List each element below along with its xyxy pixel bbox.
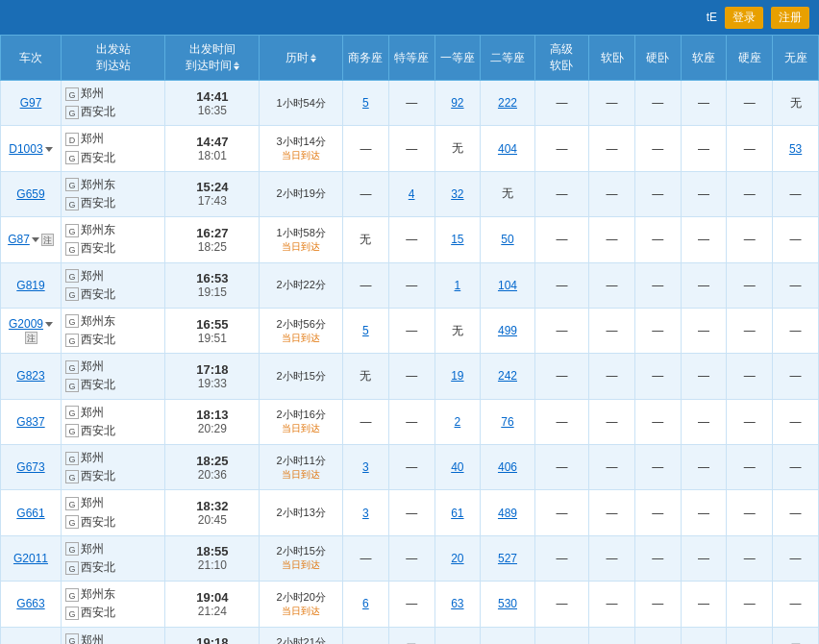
duration-cell: 1小时54分 <box>260 81 343 126</box>
first-seat-count[interactable]: 2 <box>455 415 461 429</box>
train-link[interactable]: G837 <box>16 415 44 429</box>
start-station-name[interactable]: 郑州东 <box>81 312 115 331</box>
station-type-icon: G <box>65 497 79 510</box>
first-seat-cell: 63 <box>434 582 481 627</box>
header-hardbed[interactable]: 硬卧 <box>634 36 681 81</box>
biz-seat-count[interactable]: 3 <box>362 460 369 474</box>
header-noseat[interactable]: 无座 <box>773 36 819 81</box>
end-station-name[interactable]: 西安北 <box>81 285 115 304</box>
no-seat-count[interactable]: 53 <box>789 142 802 156</box>
special-seat-count[interactable]: 4 <box>409 187 415 201</box>
hard-seat-cell: — <box>727 126 773 171</box>
train-number-cell: G2011 <box>1 535 62 581</box>
hard-seat-cell: — <box>727 399 773 444</box>
second-seat-count[interactable]: 104 <box>498 279 517 292</box>
depart-time: 18:13 <box>168 408 256 422</box>
start-station-name[interactable]: 郑州 <box>81 85 104 103</box>
end-station-name[interactable]: 西安北 <box>81 513 115 532</box>
end-station-name[interactable]: 西安北 <box>81 239 115 258</box>
first-seat-count[interactable]: 61 <box>451 507 463 520</box>
first-seat-count[interactable]: 40 <box>451 460 463 474</box>
end-station-name[interactable]: 西安北 <box>81 194 115 212</box>
start-station-name[interactable]: 郑州 <box>81 632 104 645</box>
train-link[interactable]: G97 <box>20 96 42 110</box>
second-seat-count[interactable]: 404 <box>498 142 517 156</box>
start-station-name[interactable]: 郑州东 <box>81 176 115 194</box>
biz-seat-count[interactable]: 6 <box>362 597 369 610</box>
header-biz[interactable]: 商务座 <box>343 36 389 81</box>
start-station-name[interactable]: 郑州东 <box>81 221 115 239</box>
end-station-name[interactable]: 西安北 <box>81 376 115 394</box>
start-station-name[interactable]: 郑州 <box>81 540 104 558</box>
first-seat-count[interactable]: 32 <box>451 187 463 201</box>
second-seat-count[interactable]: 242 <box>498 369 517 383</box>
highsoft-bed-cell: — <box>534 262 588 308</box>
end-station-name[interactable]: 西安北 <box>81 422 115 440</box>
train-link[interactable]: G87 <box>8 233 30 246</box>
start-station-name[interactable]: 郑州 <box>81 130 104 148</box>
header-first[interactable]: 一等座 <box>434 36 481 81</box>
biz-seat-count[interactable]: 3 <box>362 507 369 520</box>
train-link[interactable]: G2009 <box>9 317 43 331</box>
second-seat-count[interactable]: 76 <box>501 415 513 429</box>
start-station-name[interactable]: 郑州 <box>81 449 104 467</box>
first-seat-count[interactable]: 15 <box>451 233 463 246</box>
train-link[interactable]: G661 <box>16 507 44 520</box>
login-button[interactable]: 登录 <box>725 7 763 29</box>
start-station-name[interactable]: 郑州 <box>81 267 104 285</box>
header-stations[interactable]: 出发站 到达站 <box>61 36 165 81</box>
expand-arrow-icon[interactable] <box>45 147 53 152</box>
start-station-name[interactable]: 郑州东 <box>81 585 115 604</box>
second-seat-count[interactable]: 406 <box>498 460 517 474</box>
station-cell: D郑州G西安北 <box>61 126 165 171</box>
first-seat-count[interactable]: 20 <box>451 552 463 565</box>
soft-seat-cell: — <box>681 582 727 627</box>
duration-cell: 2小时20分当日到达 <box>260 582 343 627</box>
header-checi[interactable]: 车次 <box>1 36 62 81</box>
end-station-name[interactable]: 西安北 <box>81 558 115 577</box>
end-station-name[interactable]: 西安北 <box>81 467 115 485</box>
first-seat-count[interactable]: 92 <box>451 96 463 110</box>
train-link[interactable]: G673 <box>16 460 44 474</box>
first-seat-count[interactable]: 19 <box>451 369 463 383</box>
second-seat-count[interactable]: 499 <box>498 324 517 337</box>
header-softbed[interactable]: 软卧 <box>589 36 635 81</box>
end-station-name[interactable]: 西安北 <box>81 331 115 349</box>
station-cell: G郑州G西安北 <box>61 627 165 644</box>
train-link[interactable]: G2011 <box>13 552 48 565</box>
time-sort-icon <box>234 62 239 70</box>
second-seat-count[interactable]: 527 <box>498 552 517 565</box>
expand-arrow-icon[interactable] <box>32 237 39 242</box>
second-seat-count[interactable]: 489 <box>498 507 517 520</box>
header-special[interactable]: 特等座 <box>388 36 434 81</box>
end-station-name[interactable]: 西安北 <box>81 604 115 622</box>
register-button[interactable]: 注册 <box>771 7 809 29</box>
start-station-name[interactable]: 郑州 <box>81 404 104 422</box>
first-seat-count[interactable]: 1 <box>455 279 461 292</box>
expand-arrow-icon[interactable] <box>45 322 53 327</box>
train-link[interactable]: D1003 <box>9 142 42 156</box>
train-link[interactable]: G663 <box>16 597 44 610</box>
header-softseat[interactable]: 软座 <box>681 36 727 81</box>
special-seat-cell: — <box>388 217 434 262</box>
header-duration[interactable]: 历时 <box>260 36 343 81</box>
second-seat-count[interactable]: 50 <box>501 233 513 246</box>
train-link[interactable]: G823 <box>16 369 44 383</box>
second-seat-count[interactable]: 530 <box>498 597 517 610</box>
end-station-name[interactable]: 西安北 <box>81 149 115 167</box>
second-seat-count[interactable]: 222 <box>498 96 517 110</box>
header-hardseat[interactable]: 硬座 <box>727 36 773 81</box>
biz-seat-count[interactable]: 5 <box>362 324 369 337</box>
header-highsoft[interactable]: 高级 软卧 <box>534 36 588 81</box>
header-second[interactable]: 二等座 <box>481 36 534 81</box>
end-station-name[interactable]: 西安北 <box>81 103 115 121</box>
train-link[interactable]: G659 <box>16 187 44 201</box>
biz-seat-count[interactable]: 5 <box>362 96 369 110</box>
duration-cell: 2小时13分 <box>260 490 343 535</box>
start-station-name[interactable]: 郑州 <box>81 358 104 376</box>
header-time[interactable]: 出发时间 到达时间 <box>165 36 260 81</box>
station-cell: G郑州东G西安北 <box>61 217 165 262</box>
train-link[interactable]: G819 <box>16 279 44 292</box>
start-station-name[interactable]: 郑州 <box>81 494 104 512</box>
first-seat-count[interactable]: 63 <box>451 597 463 610</box>
